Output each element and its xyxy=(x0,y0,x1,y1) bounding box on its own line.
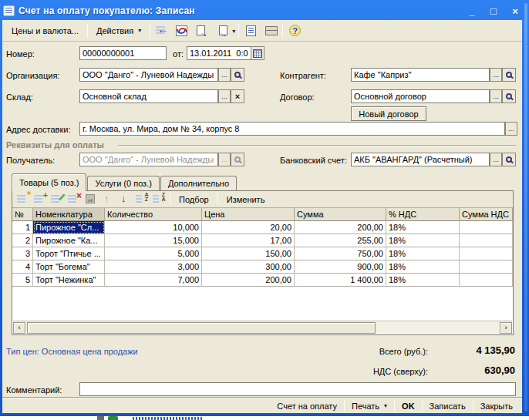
ok-button[interactable]: OK xyxy=(396,399,421,413)
save-button[interactable]: Записать xyxy=(423,399,472,413)
table-cell[interactable] xyxy=(460,234,513,247)
sort-descending-button[interactable]: ZA xyxy=(151,192,167,207)
table-cell[interactable]: 15,000 xyxy=(105,234,202,247)
pick-button[interactable]: Подбор xyxy=(173,191,215,208)
table-cell[interactable] xyxy=(460,260,513,274)
warehouse-clear-button[interactable]: × xyxy=(231,89,244,103)
add-row-button[interactable]: * xyxy=(15,192,31,207)
comment-input[interactable] xyxy=(79,382,516,396)
table-cell[interactable] xyxy=(460,247,513,260)
scrollbar-thumb[interactable] xyxy=(27,322,376,334)
change-button[interactable]: Изменить xyxy=(221,191,271,208)
contract-input[interactable] xyxy=(351,89,490,103)
table-cell[interactable]: 200,00 xyxy=(295,221,386,234)
new-contract-button[interactable]: Новый договор xyxy=(351,106,426,121)
end-edit-button[interactable]: ok xyxy=(83,192,99,207)
contragent-select-button[interactable]: ... xyxy=(490,68,502,82)
column-header-vat-sum[interactable]: Сумма НДС xyxy=(460,208,513,221)
column-header-quantity[interactable]: Количество xyxy=(105,208,202,221)
table-cell[interactable]: 18% xyxy=(386,260,460,274)
table-cell[interactable]: 20,00 xyxy=(202,221,295,234)
edit-row-button[interactable] xyxy=(49,192,65,207)
table-cell[interactable]: 2 xyxy=(12,234,33,247)
table-cell[interactable]: 10,000 xyxy=(105,221,202,234)
table-cell[interactable]: 4 xyxy=(12,260,33,274)
document-structure-button[interactable] xyxy=(242,22,260,39)
reread-button[interactable]: ← xyxy=(153,22,171,39)
organization-select-button[interactable]: ... xyxy=(218,68,231,82)
invoice-button[interactable]: Счет на оплату xyxy=(271,399,343,413)
warehouse-select-button[interactable]: ... xyxy=(218,89,231,103)
print-button[interactable]: Печать ▾ xyxy=(345,399,393,413)
table-cell[interactable] xyxy=(460,221,513,234)
column-header-nomenclature[interactable]: Номенклатура xyxy=(33,208,105,221)
calendar-button[interactable] xyxy=(251,46,264,60)
contract-select-button[interactable]: ... xyxy=(490,89,502,103)
table-cell[interactable]: Торот "Птичье ... xyxy=(33,247,105,260)
actions-menu-button[interactable]: Действия ▾ xyxy=(90,22,147,39)
table-cell[interactable]: 150,00 xyxy=(202,247,295,260)
table-cell[interactable]: 1 400,00 xyxy=(295,274,386,287)
contragent-open-button[interactable] xyxy=(502,68,516,82)
bank-account-input[interactable] xyxy=(351,153,490,166)
column-header-price[interactable]: Цена xyxy=(202,208,295,221)
delivery-address-input[interactable] xyxy=(79,122,505,136)
table-cell[interactable]: 255,00 xyxy=(295,234,386,247)
table-cell[interactable]: 18% xyxy=(386,221,460,234)
post-document-button[interactable] xyxy=(173,22,190,39)
table-cell[interactable]: 200,00 xyxy=(202,274,295,287)
number-input[interactable] xyxy=(79,46,167,60)
table-cell[interactable]: 3 xyxy=(12,247,33,260)
table-cell[interactable]: 5,000 xyxy=(105,247,202,260)
go-to-journal-button[interactable]: → xyxy=(192,22,210,39)
table-cell[interactable]: 3,000 xyxy=(105,260,202,274)
prices-currency-button[interactable]: Цены и валюта... xyxy=(5,22,85,39)
table-cell[interactable]: 1 xyxy=(12,221,33,234)
column-header-vat[interactable]: % НДС xyxy=(386,208,460,221)
horizontal-scrollbar[interactable]: ‹ › xyxy=(13,321,512,334)
warehouse-input[interactable] xyxy=(79,89,218,103)
sort-ascending-button[interactable]: AZ xyxy=(134,192,150,207)
table-cell[interactable]: Торт "Богема" xyxy=(33,260,105,274)
tab-goods[interactable]: Товары (5 поз.) xyxy=(12,173,86,191)
minimize-button[interactable]: _ xyxy=(466,5,478,17)
table-cell[interactable]: 750,00 xyxy=(295,247,386,260)
related-documents-button[interactable]: → ▾ xyxy=(211,22,235,39)
delete-row-button[interactable]: × xyxy=(66,192,82,207)
table-cell[interactable]: 18% xyxy=(386,274,460,287)
move-down-button[interactable]: ↓ xyxy=(117,192,133,207)
table-cell[interactable]: 17,00 xyxy=(202,234,295,247)
table-cell[interactable]: Торт "Нежинка" xyxy=(33,274,105,287)
table-cell[interactable] xyxy=(460,274,513,287)
table-cell[interactable]: 5 xyxy=(12,274,33,287)
tab-services[interactable]: Услуги (0 поз.) xyxy=(87,176,159,190)
date-input[interactable] xyxy=(187,46,251,60)
table-cell[interactable]: 7,000 xyxy=(105,274,202,287)
copy-row-button[interactable]: + xyxy=(32,192,48,207)
calendar-icon xyxy=(253,49,262,58)
address-select-button[interactable]: ... xyxy=(505,122,517,136)
bank-select-button[interactable]: ... xyxy=(490,153,502,166)
help-button[interactable]: ? xyxy=(286,22,304,39)
maximize-button[interactable]: □ xyxy=(487,5,500,17)
list-settings-button[interactable] xyxy=(261,22,279,39)
table-cell[interactable]: 18% xyxy=(386,234,460,247)
scroll-right-button[interactable]: › xyxy=(500,322,512,334)
close-button[interactable]: × xyxy=(509,5,521,17)
tab-additional[interactable]: Дополнительно xyxy=(160,176,237,190)
bank-open-button[interactable] xyxy=(502,153,516,166)
table-cell[interactable]: 900,00 xyxy=(295,260,386,274)
column-header-sum[interactable]: Сумма xyxy=(295,208,386,221)
scroll-left-button[interactable]: ‹ xyxy=(13,322,25,334)
table-cell[interactable]: Пирожное "Ка... xyxy=(33,234,105,247)
close-form-button[interactable]: Закрыть xyxy=(474,399,519,413)
selected-cell[interactable]: Пирожное "Сл... xyxy=(33,221,105,234)
contragent-input[interactable] xyxy=(351,68,490,82)
organization-open-button[interactable] xyxy=(231,68,244,82)
column-header-num[interactable]: № xyxy=(12,208,33,221)
organization-input[interactable] xyxy=(79,68,218,82)
contract-open-button[interactable] xyxy=(502,89,516,103)
table-cell[interactable]: 300,00 xyxy=(202,260,295,274)
table-cell[interactable]: 18% xyxy=(386,247,460,260)
move-up-button[interactable]: ↑ xyxy=(100,192,116,207)
